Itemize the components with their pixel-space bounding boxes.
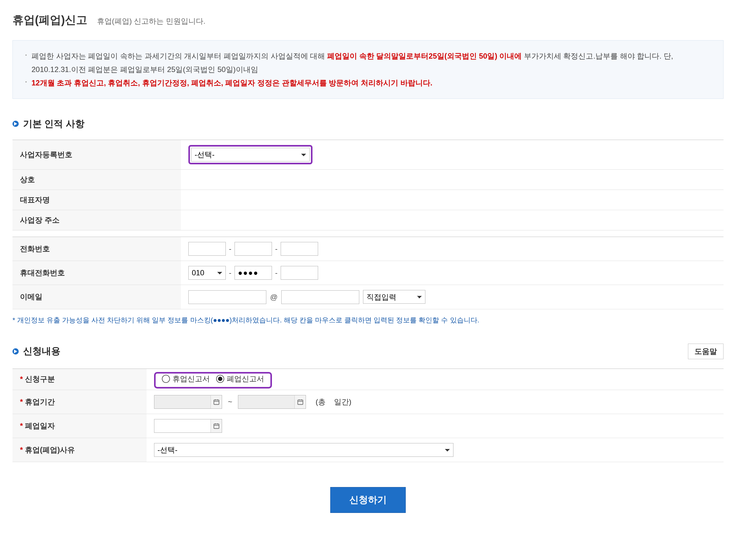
notice-text-1-red: 폐업일이 속한 달의말일로부터25일(외국법인 50일) 이내에 [327,52,522,60]
svg-rect-0 [214,400,219,404]
section-basic-info-header: 기본 인적 사항 [12,118,724,130]
section-bullet-icon [12,348,19,355]
label-rep: 대표자명 [12,190,181,210]
submit-button[interactable]: 신청하기 [330,487,406,513]
radio-icon-checked [216,375,224,383]
notice-item-1: 폐업한 사업자는 폐업일이 속하는 과세기간의 개시일부터 폐업일까지의 사업실… [25,49,711,76]
period-start-date[interactable] [154,395,222,409]
calendar-icon[interactable] [211,395,222,408]
apply-table: 신청구분 휴업신고서 폐업신고서 휴업기간 [12,369,724,462]
radio-suspend-label: 휴업신고서 [172,374,210,384]
apply-type-highlight: 휴업신고서 폐업신고서 [154,372,272,389]
at-text: @ [270,293,278,301]
radio-close[interactable]: 폐업신고서 [216,374,264,384]
mobile-prefix-select[interactable]: 010 [188,266,226,280]
days-prefix: (총 [316,398,326,406]
mobile-last-input[interactable] [281,266,318,280]
radio-suspend[interactable]: 휴업신고서 [162,374,210,384]
close-date-input[interactable] [154,419,211,433]
submit-wrap: 신청하기 [12,487,724,513]
period-start-input [154,395,211,409]
label-reason: 휴업(폐업)사유 [12,438,147,462]
period-total-days: (총 일간) [316,398,351,406]
svg-rect-8 [214,424,219,428]
label-addr: 사업장 주소 [12,210,181,230]
help-button[interactable]: 도움말 [688,344,724,359]
biz-no-highlight: -선택- [188,145,312,164]
value-rep [181,190,724,210]
label-apply-type: 신청구분 [12,369,147,390]
label-biz-no: 사업자등록번호 [12,140,181,169]
email-domain-input[interactable] [281,290,359,304]
tel-3-input[interactable] [281,242,318,256]
label-close-date: 폐업일자 [12,414,147,438]
label-period: 휴업기간 [12,390,147,414]
label-tel: 전화번호 [12,237,181,261]
svg-rect-4 [298,400,303,404]
basic-info-table-2: 전화번호 -- 휴대전화번호 010-- 이메일 @직접입력 [12,237,724,309]
value-company [181,169,724,190]
masking-info-note: * 개인정보 유출 가능성을 사전 차단하기 위해 일부 정보를 마스킹(●●●… [12,316,724,325]
period-end-input [238,395,294,409]
dash-text: - [275,268,278,277]
section-bullet-icon [12,121,19,127]
notice-box: 폐업한 사업자는 폐업일이 속하는 과세기간의 개시일부터 폐업일까지의 사업실… [12,40,724,99]
radio-icon [162,375,170,383]
calendar-icon[interactable] [294,395,306,408]
label-company: 상호 [12,169,181,190]
notice-text-2-red: 12개월 초과 휴업신고, 휴업취소, 휴업기간정정, 폐업취소, 폐업일자 정… [31,79,432,87]
reason-select[interactable]: -선택- [154,443,453,457]
email-domain-select[interactable]: 직접입력 [363,290,425,304]
page-title: 휴업(폐업)신고 [12,12,87,28]
page-subtitle: 휴업(폐업) 신고하는 민원입니다. [97,16,206,26]
basic-info-table-1: 사업자등록번호 -선택- 상호 대표자명 사업장 주소 [12,140,724,230]
tel-2-input[interactable] [235,242,272,256]
notice-item-2: 12개월 초과 휴업신고, 휴업취소, 휴업기간정정, 폐업취소, 폐업일자 정… [25,76,711,89]
email-local-input[interactable] [188,290,266,304]
calendar-icon[interactable] [211,419,222,432]
dash-text: - [275,244,278,253]
tel-1-input[interactable] [188,242,226,256]
days-suffix: 일간) [334,398,351,406]
biz-no-select[interactable]: -선택- [191,148,310,162]
label-mobile: 휴대전화번호 [12,261,181,285]
radio-close-label: 폐업신고서 [227,374,264,384]
mobile-mid-input[interactable] [235,266,272,280]
value-addr [181,210,724,230]
page-header: 휴업(폐업)신고 휴업(폐업) 신고하는 민원입니다. [12,12,724,28]
label-email: 이메일 [12,285,181,309]
notice-text-1a: 폐업한 사업자는 폐업일이 속하는 과세기간의 개시일부터 폐업일까지의 사업실… [31,52,327,60]
section-basic-info-title: 기본 인적 사항 [23,118,85,130]
section-apply-title: 신청내용 [23,345,61,358]
section-apply-header: 신청내용 도움말 [12,344,724,359]
dash-text: - [229,244,231,253]
close-date[interactable] [154,419,222,433]
period-end-date[interactable] [238,395,306,409]
tilde-text: ~ [228,398,232,406]
dash-text: - [229,268,231,277]
